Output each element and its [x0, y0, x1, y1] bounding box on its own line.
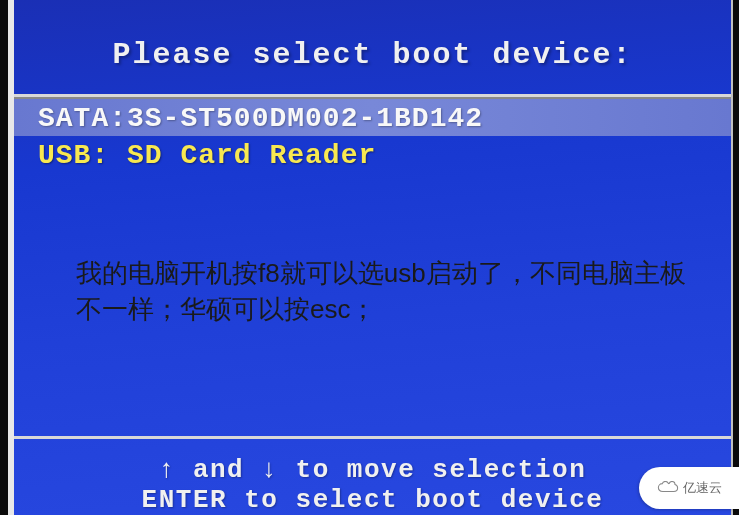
boot-device-sata[interactable]: SATA:3S-ST500DM002-1BD142: [14, 99, 731, 136]
footer-instructions: ↑ and ↓ to move selection ENTER to selec…: [14, 436, 731, 515]
watermark-badge: 亿速云: [639, 467, 739, 509]
title-section: Please select boot device:: [14, 0, 731, 97]
boot-menu-title: Please select boot device:: [34, 38, 711, 72]
boot-device-list: SATA:3S-ST500DM002-1BD142 USB: SD Card R…: [14, 97, 731, 173]
annotation-overlay: 我的电脑开机按f8就可以选usb启动了，不同电脑主板不一样；华硕可以按esc；: [76, 255, 703, 328]
boot-device-usb[interactable]: USB: SD Card Reader: [14, 136, 731, 173]
bios-boot-menu: Please select boot device: SATA:3S-ST500…: [8, 0, 733, 515]
instruction-navigate: ↑ and ↓ to move selection: [34, 455, 711, 485]
instruction-select: ENTER to select boot device: [34, 485, 711, 515]
watermark-text: 亿速云: [683, 479, 722, 497]
cloud-icon: [657, 481, 679, 495]
